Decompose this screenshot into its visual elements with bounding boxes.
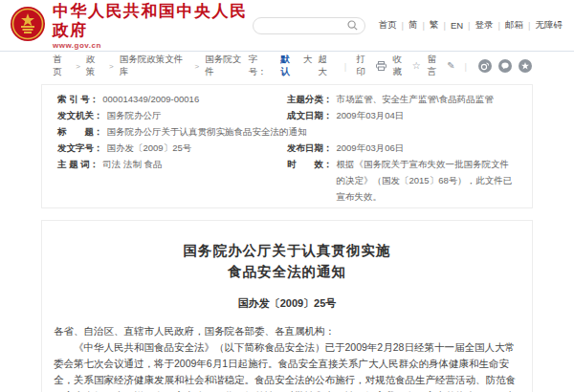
- comment-button[interactable]: 留言 ✎: [428, 54, 455, 78]
- meta-field-subject-category: 主题分类： 市场监管、安全生产监管\食品药品监管: [287, 91, 517, 107]
- top-link[interactable]: 首页: [378, 19, 396, 32]
- print-button[interactable]: 打印: [356, 54, 386, 78]
- top-links: 首页|简|繁|EN|登录|邮箱|无障碍: [378, 19, 563, 32]
- top-link-separator: |: [443, 20, 445, 31]
- document-paragraph: 《中华人民共和国食品安全法》（以下简称食品安全法）已于2009年2月28日经第十…: [54, 339, 520, 392]
- meta-value: 国办发〔2009〕25号: [107, 140, 192, 156]
- meta-value: 市场监管、安全生产监管\食品药品监管: [337, 91, 494, 107]
- breadcrumb-separator: >: [76, 62, 80, 71]
- top-link[interactable]: 邮箱: [505, 19, 523, 32]
- meta-row-keywords-validity: 主 题 词： 司法 法制 食品 时 效： 根据《国务院关于宣布失效一批国务院文件…: [57, 156, 517, 205]
- share-more-icon[interactable]: [519, 59, 532, 73]
- document-paragraph: 各省、自治区、直辖市人民政府，国务院各部委、各直属机构：: [54, 323, 520, 339]
- site-url: www.gov.cn: [53, 41, 253, 50]
- meta-row-title: 标 题： 国务院办公厅关于认真贯彻实施食品安全法的通知: [57, 123, 517, 140]
- meta-row-agency-date: 发文机关： 国务院办公厅 成文日期： 2009年03月04日: [57, 107, 517, 123]
- breadcrumb-item[interactable]: 政策: [86, 54, 103, 78]
- search-input[interactable]: [260, 21, 347, 31]
- breadcrumb-item[interactable]: 国务院文件: [205, 54, 248, 78]
- top-link-separator: |: [422, 20, 424, 31]
- meta-field-validity: 时 效： 根据《国务院关于宣布失效一批国务院文件的决定》（国发〔2015〕68号…: [287, 156, 517, 205]
- favorite-button[interactable]: 收藏 ☆: [393, 54, 421, 78]
- subnav-bar: 首页>政策>国务院政策文件库>国务院文件 字号： 默认大超大 | 打印 收藏 ☆…: [0, 52, 574, 80]
- meta-label: 主题分类：: [287, 91, 333, 107]
- top-link-separator: |: [468, 20, 470, 31]
- share-buttons: [478, 59, 532, 73]
- share-wechat-icon[interactable]: [498, 59, 512, 73]
- site-title: 中华人民共和国中央人民政府: [53, 2, 253, 40]
- top-link-separator: |: [498, 20, 500, 31]
- meta-label: 索 引 号：: [57, 91, 99, 107]
- page-tools: 字号： 默认大超大 | 打印 收藏 ☆ 留言 ✎ |: [249, 54, 532, 78]
- meta-field-written-date: 成文日期： 2009年03月04日: [287, 107, 517, 123]
- meta-label: 主 题 词：: [57, 156, 99, 172]
- breadcrumb-item[interactable]: 国务院政策文件库: [120, 54, 189, 78]
- meta-row-index-subject: 索 引 号： 000014349/2009-00016 主题分类： 市场监管、安…: [57, 91, 517, 107]
- top-link[interactable]: 繁: [430, 19, 439, 32]
- font-size-options: 默认大超大: [281, 54, 335, 78]
- pencil-icon: ✎: [447, 61, 454, 71]
- top-link-separator: |: [528, 20, 530, 31]
- breadcrumb-separator: >: [194, 62, 199, 71]
- national-emblem-icon: [10, 6, 46, 46]
- meta-field-document-number: 发文字号： 国办发〔2009〕25号: [57, 140, 287, 156]
- meta-value: 000014349/2009-00016: [102, 91, 199, 107]
- font-size-label: 字号：: [249, 54, 275, 78]
- meta-value: 国务院办公厅: [107, 107, 162, 123]
- site-header: 中华人民共和国中央人民政府 www.gov.cn 首页|简|繁|EN|登录|邮箱…: [0, 0, 574, 52]
- meta-row-docnum-pubdate: 发文字号： 国办发〔2009〕25号 发布日期： 2009年03月06日: [57, 140, 517, 156]
- top-link[interactable]: 简: [408, 19, 418, 32]
- meta-value: 司法 法制 食品: [102, 156, 162, 172]
- meta-field-title: 标 题： 国务院办公厅关于认真贯彻实施食品安全法的通知: [57, 123, 517, 140]
- breadcrumb-separator: >: [109, 62, 114, 71]
- gov-cn-document-page: { "header": { "site_title": "中华人民共和国中央人民…: [0, 0, 574, 392]
- font-size-option[interactable]: 超大: [318, 54, 334, 78]
- print-label: 打印: [356, 54, 372, 78]
- font-size-option[interactable]: 默认: [281, 54, 298, 78]
- printer-icon: [376, 61, 386, 71]
- meta-label: 发文字号：: [57, 140, 103, 156]
- meta-field-issuing-agency: 发文机关： 国务院办公厅: [57, 107, 287, 123]
- meta-field-index-number: 索 引 号： 000014349/2009-00016: [57, 91, 287, 107]
- top-link[interactable]: 登录: [475, 19, 494, 32]
- meta-label: 成文日期：: [287, 107, 333, 123]
- meta-label: 时 效：: [287, 156, 333, 172]
- document-title: 国务院办公厅关于认真贯彻实施 食品安全法的通知: [54, 240, 520, 282]
- meta-label: 标 题：: [57, 123, 103, 140]
- meta-value: 2009年03月06日: [337, 140, 405, 156]
- document-body: 各省、自治区、直辖市人民政府，国务院各部委、各直属机构：《中华人民共和国食品安全…: [54, 323, 520, 392]
- meta-value: 根据《国务院关于宣布失效一批国务院文件的决定》（国发〔2015〕68号），此文件…: [337, 156, 518, 205]
- meta-label: 发文机关：: [57, 107, 103, 123]
- document-title-line2: 食品安全法的通知: [54, 261, 520, 282]
- breadcrumb: 首页>政策>国务院政策文件库>国务院文件: [53, 54, 249, 78]
- star-icon: ☆: [412, 61, 421, 71]
- site-brand[interactable]: 中华人民共和国中央人民政府 www.gov.cn: [10, 2, 253, 50]
- tool-separator: |: [344, 61, 346, 72]
- meta-field-keywords: 主 题 词： 司法 法制 食品: [57, 156, 287, 205]
- share-weibo-icon[interactable]: [478, 59, 492, 73]
- document-content-box: 国务院办公厅关于认真贯彻实施 食品安全法的通知 国办发〔2009〕25号 各省、…: [41, 220, 533, 392]
- meta-label: 发布日期：: [287, 140, 333, 156]
- favorite-label: 收藏: [393, 54, 409, 78]
- document-title-line1: 国务院办公厅关于认真贯彻实施: [54, 240, 520, 261]
- breadcrumb-item[interactable]: 首页: [53, 54, 70, 78]
- comment-label: 留言: [428, 54, 444, 78]
- meta-field-publish-date: 发布日期： 2009年03月06日: [287, 140, 517, 156]
- font-size-option[interactable]: 大: [303, 54, 313, 78]
- document-metadata-box: 索 引 号： 000014349/2009-00016 主题分类： 市场监管、安…: [41, 84, 533, 208]
- top-link[interactable]: EN: [451, 20, 463, 31]
- document-number: 国办发〔2009〕25号: [54, 296, 520, 311]
- top-link-separator: |: [401, 20, 403, 31]
- meta-value: 国务院办公厅关于认真贯彻实施食品安全法的通知: [107, 123, 307, 140]
- search-box[interactable]: [253, 17, 365, 34]
- tool-separator: |: [465, 61, 467, 72]
- search-icon[interactable]: [347, 17, 358, 34]
- meta-value: 2009年03月04日: [337, 107, 405, 123]
- top-link[interactable]: 无障碍: [536, 19, 563, 32]
